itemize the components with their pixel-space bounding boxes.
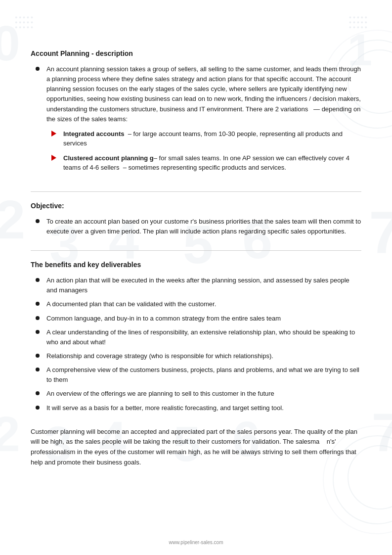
- benefits-item-5: Relationship and coverage strategy (who …: [36, 351, 361, 361]
- footer: www.pipeliner-sales.com: [0, 540, 392, 545]
- benefits-bullet-1: [36, 278, 40, 282]
- sub-list-item-1: Integrated accounts – for large account …: [51, 129, 361, 148]
- closing-text: Customer planning will become an accepte…: [31, 427, 361, 468]
- benefits-bullet-4: [36, 330, 40, 334]
- sub-bullet-1: [51, 131, 56, 137]
- benefits-section: The benefits and key deliverables An act…: [31, 261, 361, 413]
- objective-bullet: [36, 219, 40, 223]
- divider-2: [31, 250, 361, 251]
- benefits-text-1: An action plan that will be executed in …: [46, 276, 361, 295]
- description-list-item-1: An account planning session takes a grou…: [36, 64, 361, 178]
- benefits-text-7: An overview of the offerings we are plan…: [46, 389, 361, 399]
- objective-text: To create an account plan based on your …: [46, 217, 361, 236]
- objective-section: Objective: To create an account plan bas…: [31, 202, 361, 236]
- objective-title: Objective:: [31, 202, 361, 210]
- benefits-bullet-8: [36, 406, 40, 410]
- bullet-1: [36, 67, 40, 71]
- description-main-text: An account planning session takes a grou…: [46, 64, 361, 178]
- benefits-item-6: A comprehensive view of the customers bu…: [36, 365, 361, 385]
- sub-item-2-text: Clustered account planning g– for small …: [63, 153, 361, 173]
- benefits-item-7: An overview of the offerings we are plan…: [36, 389, 361, 399]
- closing-section: Customer planning will become an accepte…: [31, 427, 361, 468]
- sub-item-1-text: Integrated accounts – for large account …: [63, 129, 361, 148]
- benefits-bullet-7: [36, 391, 40, 395]
- benefits-text-4: A clear understanding of the lines of re…: [46, 327, 361, 347]
- benefits-bullet-2: [36, 302, 40, 306]
- sub-bullet-2: [51, 155, 56, 161]
- divider-1: [31, 191, 361, 192]
- benefits-title: The benefits and key deliverables: [31, 261, 361, 269]
- benefits-text-3: Common language, and buy-in in to a comm…: [46, 314, 361, 324]
- benefits-item-8: It will serve as a basis for a better, m…: [36, 403, 361, 413]
- sub-list: Integrated accounts – for large account …: [46, 129, 361, 173]
- description-section: Account Planning - description An accoun…: [31, 49, 361, 178]
- benefits-bullet-3: [36, 316, 40, 320]
- description-list: An account planning session takes a grou…: [31, 64, 361, 178]
- benefits-text-6: A comprehensive view of the customers bu…: [46, 365, 361, 385]
- benefits-bullet-6: [36, 368, 40, 371]
- footer-url: www.pipeliner-sales.com: [169, 540, 223, 545]
- benefits-text-2: A documented plan that can be validated …: [46, 299, 361, 309]
- main-content: Account Planning - description An accoun…: [0, 0, 392, 498]
- objective-list-item: To create an account plan based on your …: [36, 217, 361, 236]
- benefits-text-5: Relationship and coverage strategy (who …: [46, 351, 361, 361]
- sub-list-item-2: Clustered account planning g– for small …: [51, 153, 361, 173]
- benefits-text-8: It will serve as a basis for a better, m…: [46, 403, 361, 413]
- benefits-item-3: Common language, and buy-in in to a comm…: [36, 314, 361, 324]
- benefits-item-2: A documented plan that can be validated …: [36, 299, 361, 309]
- benefits-list: An action plan that will be executed in …: [31, 276, 361, 413]
- benefits-item-1: An action plan that will be executed in …: [36, 276, 361, 295]
- objective-list: To create an account plan based on your …: [31, 217, 361, 236]
- benefits-item-4: A clear understanding of the lines of re…: [36, 327, 361, 347]
- benefits-bullet-5: [36, 354, 40, 358]
- description-title: Account Planning - description: [31, 49, 361, 57]
